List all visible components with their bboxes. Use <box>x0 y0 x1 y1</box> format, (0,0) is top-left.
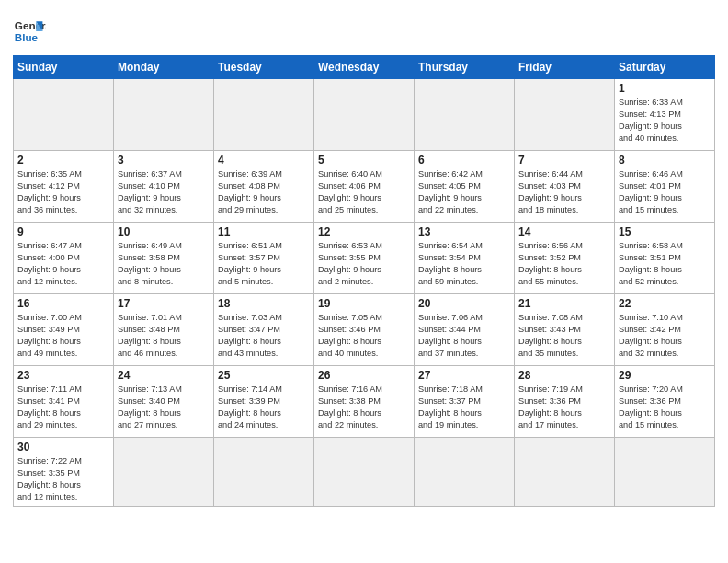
day-number: 10 <box>118 225 210 238</box>
weekday-wednesday: Wednesday <box>314 56 415 79</box>
day-info: Sunrise: 7:08 AM Sunset: 3:43 PM Dayligh… <box>518 312 610 360</box>
day-info: Sunrise: 6:58 AM Sunset: 3:51 PM Dayligh… <box>619 240 711 288</box>
day-number: 15 <box>619 225 711 238</box>
weekday-monday: Monday <box>114 56 214 79</box>
day-number: 21 <box>518 297 610 310</box>
day-number: 27 <box>418 369 510 382</box>
week-row: 1Sunrise: 6:33 AM Sunset: 4:13 PM Daylig… <box>14 79 715 151</box>
day-number: 4 <box>218 154 310 167</box>
day-info: Sunrise: 6:53 AM Sunset: 3:55 PM Dayligh… <box>318 240 410 288</box>
header: General Blue <box>13 9 715 48</box>
day-cell: 29Sunrise: 7:20 AM Sunset: 3:36 PM Dayli… <box>615 366 715 438</box>
day-number: 14 <box>518 225 610 238</box>
day-cell <box>114 79 214 151</box>
day-info: Sunrise: 6:44 AM Sunset: 4:03 PM Dayligh… <box>518 168 610 216</box>
week-row: 16Sunrise: 7:00 AM Sunset: 3:49 PM Dayli… <box>14 294 715 366</box>
day-cell: 11Sunrise: 6:51 AM Sunset: 3:57 PM Dayli… <box>214 223 314 294</box>
day-cell: 6Sunrise: 6:42 AM Sunset: 4:05 PM Daylig… <box>415 151 515 223</box>
day-cell <box>615 438 715 507</box>
weekday-tuesday: Tuesday <box>214 56 314 79</box>
day-number: 1 <box>619 82 711 95</box>
day-cell: 25Sunrise: 7:14 AM Sunset: 3:39 PM Dayli… <box>214 366 314 438</box>
day-cell: 2Sunrise: 6:35 AM Sunset: 4:12 PM Daylig… <box>14 151 114 223</box>
day-cell: 24Sunrise: 7:13 AM Sunset: 3:40 PM Dayli… <box>114 366 214 438</box>
day-number: 3 <box>118 154 210 167</box>
day-cell: 1Sunrise: 6:33 AM Sunset: 4:13 PM Daylig… <box>615 79 715 151</box>
day-info: Sunrise: 6:35 AM Sunset: 4:12 PM Dayligh… <box>17 168 109 216</box>
day-cell: 17Sunrise: 7:01 AM Sunset: 3:48 PM Dayli… <box>114 294 214 366</box>
day-info: Sunrise: 7:03 AM Sunset: 3:47 PM Dayligh… <box>218 312 310 360</box>
day-cell: 9Sunrise: 6:47 AM Sunset: 4:00 PM Daylig… <box>14 223 114 294</box>
day-number: 28 <box>518 369 610 382</box>
day-cell: 8Sunrise: 6:46 AM Sunset: 4:01 PM Daylig… <box>615 151 715 223</box>
day-number: 2 <box>17 154 109 167</box>
week-row: 9Sunrise: 6:47 AM Sunset: 4:00 PM Daylig… <box>14 223 715 294</box>
day-cell: 28Sunrise: 7:19 AM Sunset: 3:36 PM Dayli… <box>515 366 615 438</box>
day-number: 29 <box>619 369 711 382</box>
day-cell: 5Sunrise: 6:40 AM Sunset: 4:06 PM Daylig… <box>314 151 415 223</box>
day-info: Sunrise: 6:37 AM Sunset: 4:10 PM Dayligh… <box>118 168 210 216</box>
day-cell <box>14 79 114 151</box>
day-number: 9 <box>17 225 109 238</box>
day-number: 19 <box>318 297 410 310</box>
day-cell <box>214 79 314 151</box>
day-info: Sunrise: 6:47 AM Sunset: 4:00 PM Dayligh… <box>17 240 109 288</box>
day-number: 7 <box>518 154 610 167</box>
day-info: Sunrise: 7:11 AM Sunset: 3:41 PM Dayligh… <box>17 384 109 431</box>
calendar: SundayMondayTuesdayWednesdayThursdayFrid… <box>13 55 715 507</box>
day-info: Sunrise: 6:54 AM Sunset: 3:54 PM Dayligh… <box>418 240 510 288</box>
day-number: 22 <box>619 297 711 310</box>
day-cell: 27Sunrise: 7:18 AM Sunset: 3:37 PM Dayli… <box>415 366 515 438</box>
day-number: 8 <box>619 154 711 167</box>
day-info: Sunrise: 7:05 AM Sunset: 3:46 PM Dayligh… <box>318 312 410 360</box>
day-cell: 30Sunrise: 7:22 AM Sunset: 3:35 PM Dayli… <box>14 438 114 507</box>
day-info: Sunrise: 6:51 AM Sunset: 3:57 PM Dayligh… <box>218 240 310 288</box>
day-cell: 10Sunrise: 6:49 AM Sunset: 3:58 PM Dayli… <box>114 223 214 294</box>
day-info: Sunrise: 6:39 AM Sunset: 4:08 PM Dayligh… <box>218 168 310 216</box>
day-cell: 21Sunrise: 7:08 AM Sunset: 3:43 PM Dayli… <box>515 294 615 366</box>
day-info: Sunrise: 7:16 AM Sunset: 3:38 PM Dayligh… <box>318 384 410 431</box>
day-cell: 22Sunrise: 7:10 AM Sunset: 3:42 PM Dayli… <box>615 294 715 366</box>
day-number: 12 <box>318 225 410 238</box>
svg-text:Blue: Blue <box>15 31 39 43</box>
day-cell: 18Sunrise: 7:03 AM Sunset: 3:47 PM Dayli… <box>214 294 314 366</box>
day-number: 6 <box>418 154 510 167</box>
day-cell: 16Sunrise: 7:00 AM Sunset: 3:49 PM Dayli… <box>14 294 114 366</box>
day-cell <box>515 79 615 151</box>
day-cell <box>314 438 415 507</box>
day-cell <box>214 438 314 507</box>
day-number: 17 <box>118 297 210 310</box>
day-number: 26 <box>318 369 410 382</box>
weekday-thursday: Thursday <box>415 56 515 79</box>
day-number: 13 <box>418 225 510 238</box>
day-info: Sunrise: 6:49 AM Sunset: 3:58 PM Dayligh… <box>118 240 210 288</box>
day-cell: 20Sunrise: 7:06 AM Sunset: 3:44 PM Dayli… <box>415 294 515 366</box>
weekday-sunday: Sunday <box>14 56 114 79</box>
day-cell: 3Sunrise: 6:37 AM Sunset: 4:10 PM Daylig… <box>114 151 214 223</box>
day-cell <box>114 438 214 507</box>
weekday-saturday: Saturday <box>615 56 715 79</box>
logo: General Blue <box>13 15 46 48</box>
day-number: 30 <box>17 441 109 454</box>
day-number: 25 <box>218 369 310 382</box>
day-info: Sunrise: 7:00 AM Sunset: 3:49 PM Dayligh… <box>17 312 109 360</box>
weekday-friday: Friday <box>515 56 615 79</box>
day-info: Sunrise: 6:56 AM Sunset: 3:52 PM Dayligh… <box>518 240 610 288</box>
week-row: 23Sunrise: 7:11 AM Sunset: 3:41 PM Dayli… <box>14 366 715 438</box>
day-number: 23 <box>17 369 109 382</box>
day-cell <box>314 79 415 151</box>
day-cell: 15Sunrise: 6:58 AM Sunset: 3:51 PM Dayli… <box>615 223 715 294</box>
day-info: Sunrise: 6:33 AM Sunset: 4:13 PM Dayligh… <box>619 97 711 144</box>
day-cell: 12Sunrise: 6:53 AM Sunset: 3:55 PM Dayli… <box>314 223 415 294</box>
day-number: 16 <box>17 297 109 310</box>
day-number: 5 <box>318 154 410 167</box>
day-info: Sunrise: 6:46 AM Sunset: 4:01 PM Dayligh… <box>619 168 711 216</box>
day-info: Sunrise: 7:22 AM Sunset: 3:35 PM Dayligh… <box>17 455 109 503</box>
day-info: Sunrise: 7:20 AM Sunset: 3:36 PM Dayligh… <box>619 384 711 431</box>
day-cell <box>415 79 515 151</box>
day-info: Sunrise: 7:10 AM Sunset: 3:42 PM Dayligh… <box>619 312 711 360</box>
day-cell <box>515 438 615 507</box>
logo-icon: General Blue <box>13 15 46 48</box>
day-number: 18 <box>218 297 310 310</box>
day-cell: 26Sunrise: 7:16 AM Sunset: 3:38 PM Dayli… <box>314 366 415 438</box>
